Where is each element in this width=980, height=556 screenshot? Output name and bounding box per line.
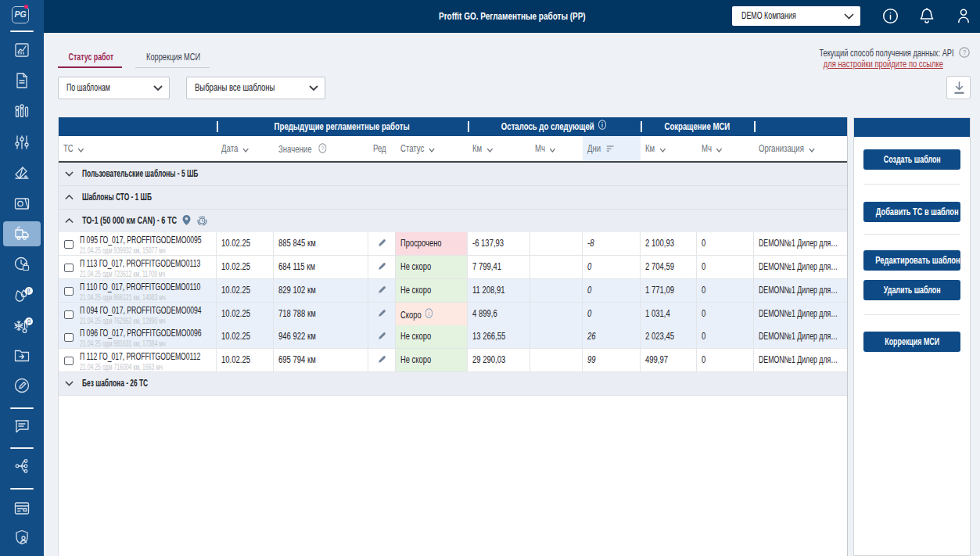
svg-text:i: i <box>429 310 430 317</box>
svg-text:?: ? <box>963 48 967 56</box>
svg-text:i: i <box>602 121 604 129</box>
svg-text:?: ? <box>321 145 325 152</box>
